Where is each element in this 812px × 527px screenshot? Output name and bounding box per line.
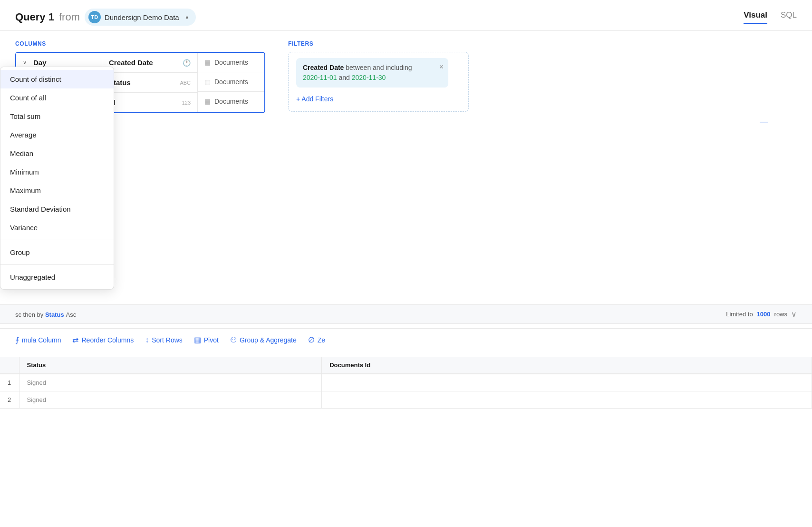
dropdown-item-count-distinct[interactable]: Count of distinct [0,70,114,88]
filter-border-box: Created Date between and including 2020-… [288,52,469,112]
dropdown-divider [0,240,114,240]
row-2-doc-id [322,391,812,409]
data-table-area: Status Documents Id 1 Signed 2 Signed [0,357,812,527]
limit-info: Limited to 1000 rows ∨ [726,310,797,319]
col-header-status: Status [19,357,322,374]
tab-sql[interactable]: SQL [781,10,797,24]
limit-suffix: rows [774,311,787,318]
from-label: from [59,11,80,23]
ze-icon: ∅ [308,335,315,344]
limit-value[interactable]: 1000 [757,311,771,318]
table-name-0: Documents [214,59,248,66]
dropdown-item-count-all[interactable]: Count of all [0,88,114,107]
limit-chevron-icon[interactable]: ∨ [791,310,797,319]
query-title: Query 1 [15,11,54,23]
table-selector-2[interactable]: ▦ Documents [198,92,264,111]
clock-icon: 🕐 [183,59,191,67]
row-1-doc-id [322,374,812,391]
add-filters-button[interactable]: + Add Filters [296,92,461,106]
table-icon-1: ▦ [204,78,211,86]
table-header-row: Status Documents Id [0,357,812,374]
table-icon-2: ▦ [204,98,211,105]
columns-section-label: Columns [15,40,265,47]
limit-prefix: Limited to [726,311,753,318]
filter-chip-created-date: Created Date between and including 2020-… [296,58,448,88]
dropdown-item-std-dev[interactable]: Standard Deviation [0,200,114,218]
group-agg-label: Group & Aggregate [240,336,297,344]
column-name-day: Day [33,59,47,67]
sort-text-prefix: sc then by [15,311,45,318]
chevron-down-icon: ∨ [185,14,189,20]
filter-date2[interactable]: 2020-11-30 [352,74,386,81]
datasource-icon: TD [88,11,101,23]
table-row: 1 Signed [0,374,812,391]
data-table: Status Documents Id 1 Signed 2 Signed [0,357,812,409]
dropdown-divider-2 [0,264,114,265]
table-name-1: Documents [214,78,248,86]
row-num-header [0,357,19,374]
column-fields-list: Created Date 🕐 Status ABC Id 123 [102,53,198,112]
col-header-doc-id: Documents Id [322,357,812,374]
toolbar: ⨍ mula Column ⇄ Reorder Columns ↕ Sort R… [0,328,812,351]
sort-rows-button[interactable]: ↕ Sort Rows [145,336,183,344]
formula-column-button[interactable]: ⨍ mula Column [15,335,61,344]
datasource-badge[interactable]: TD Dundersign Demo Data ∨ [85,9,196,26]
group-agg-icon: ⚇ [230,335,237,344]
field-row-id[interactable]: Id 123 [102,93,197,112]
aggregation-dropdown: Count of distinct Count of all Total sum… [0,67,114,290]
dropdown-item-variance[interactable]: Variance [0,218,114,237]
formula-icon: ⨍ [15,335,19,344]
header: Query 1 from TD Dundersign Demo Data ∨ V… [0,0,812,31]
reorder-columns-button[interactable]: ⇄ Reorder Columns [72,335,134,344]
dropdown-item-group[interactable]: Group [0,243,114,262]
tab-visual[interactable]: Visual [744,10,767,24]
table-icon-0: ▦ [204,59,211,66]
field-row-created-date[interactable]: Created Date 🕐 [102,53,197,73]
reorder-label: Reorder Columns [81,336,134,344]
dropdown-item-total-sum[interactable]: Total sum [0,107,114,126]
field-type-id: 123 [182,100,191,106]
ze-button[interactable]: ∅ Ze [308,335,325,344]
row-1-status: Signed [19,374,322,391]
sort-field: Status [45,311,64,318]
row-num-1: 1 [0,374,19,391]
table-selectors-list: ▦ Documents ▦ Documents ▦ Documents [198,53,264,112]
sort-dir: Asc [66,311,77,318]
sort-info: sc then by Status Asc [15,311,76,318]
table-selector-0[interactable]: ▦ Documents [198,53,264,72]
reorder-icon: ⇄ [72,335,78,344]
filter-and-label: and [339,74,352,81]
header-left: Query 1 from TD Dundersign Demo Data ∨ [15,9,196,26]
dropdown-item-average[interactable]: Average [0,126,114,144]
sort-rows-label: Sort Rows [152,336,183,344]
field-row-status[interactable]: Status ABC [102,73,197,93]
field-name-created-date: Created Date [109,59,153,67]
columns-area: Columns ∨ Day [15,40,265,316]
filter-field-label: Created Date [303,64,344,71]
dropdown-item-median[interactable]: Median [0,144,114,163]
header-tabs: Visual SQL [744,10,797,24]
row-2-status: Signed [19,391,322,409]
filters-panel: Filters Created Date between and includi… [288,40,797,316]
chevron-icon-day: ∨ [23,59,27,66]
table-row: 2 Signed [0,391,812,409]
dropdown-item-maximum[interactable]: Maximum [0,181,114,200]
row-num-2: 2 [0,391,19,409]
main-layout: Columns ∨ Day [0,31,812,316]
dropdown-item-minimum[interactable]: Minimum [0,163,114,181]
filter-close-icon[interactable]: × [439,63,444,71]
pivot-icon: ▦ [194,335,201,344]
field-type-status: ABC [180,80,191,86]
formula-label: mula Column [22,336,61,344]
dropdown-item-unaggregated[interactable]: Unaggregated [0,268,114,286]
datasource-name: Dundersign Demo Data [105,13,179,21]
group-aggregate-button[interactable]: ⚇ Group & Aggregate [230,335,297,344]
table-name-2: Documents [214,98,248,105]
pivot-button[interactable]: ▦ Pivot [194,335,219,344]
collapse-button[interactable]: — [760,117,778,126]
filters-section-label: Filters [288,40,797,47]
filter-date1[interactable]: 2020-11-01 [303,74,337,81]
table-selector-1[interactable]: ▦ Documents [198,72,264,92]
sort-bar: sc then by Status Asc Limited to 1000 ro… [0,304,812,324]
filter-op-label: between and including [346,64,412,71]
